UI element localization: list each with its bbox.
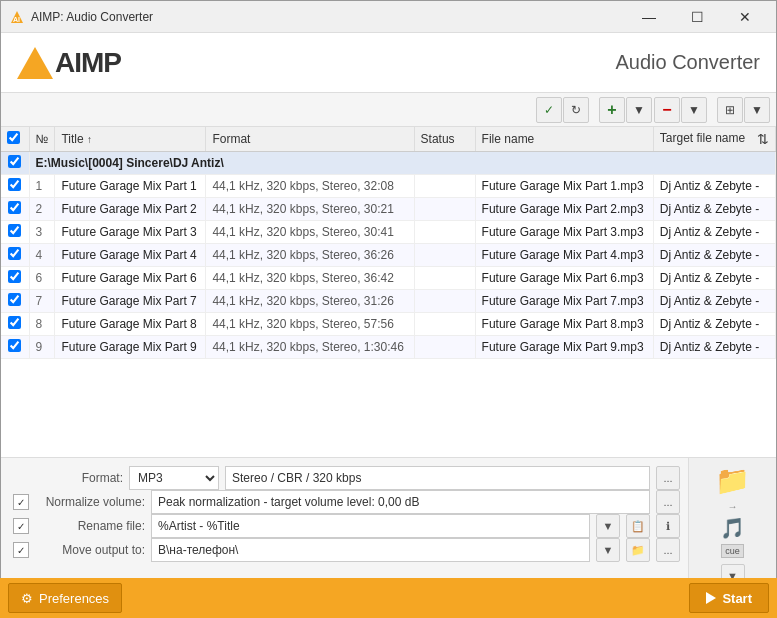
row-checkbox[interactable] [8, 293, 21, 306]
move-label: Move output to: [35, 543, 145, 557]
preferences-label: Preferences [39, 591, 109, 606]
refresh-button[interactable]: ↻ [563, 97, 589, 123]
remove-dropdown-button[interactable]: ▼ [681, 97, 707, 123]
row-filename: Future Garage Mix Part 8.mp3 [475, 313, 653, 336]
waveform-icon: 🎵 [720, 516, 745, 540]
cue-badge: cue [721, 544, 744, 558]
row-checkbox[interactable] [8, 201, 21, 214]
table-row: 9 Future Garage Mix Part 9 44,1 kHz, 320… [1, 336, 776, 359]
format-label: Format: [13, 471, 123, 485]
row-num: 8 [29, 313, 55, 336]
row-checkbox[interactable] [8, 178, 21, 191]
rename-info-button[interactable]: ℹ [656, 514, 680, 538]
row-filename: Future Garage Mix Part 7.mp3 [475, 290, 653, 313]
row-format: 44,1 kHz, 320 kbps, Stereo, 31:26 [206, 290, 414, 313]
move-checkbox[interactable]: ✓ [13, 542, 29, 558]
row-target: Dj Antiz & Zebyte - [653, 336, 775, 359]
col-format[interactable]: Format [206, 127, 414, 152]
row-checkbox[interactable] [8, 224, 21, 237]
table-header-row: № Title ↑ Format Status File name Target… [1, 127, 776, 152]
play-icon [706, 592, 716, 604]
move-more-button[interactable]: ... [656, 538, 680, 562]
remove-button[interactable]: − [654, 97, 680, 123]
normalize-more-button[interactable]: ... [656, 490, 680, 514]
row-title: Future Garage Mix Part 2 [55, 198, 206, 221]
row-target: Dj Antiz & Zebyte - [653, 175, 775, 198]
row-filename: Future Garage Mix Part 1.mp3 [475, 175, 653, 198]
row-status [414, 198, 475, 221]
controls-main: Format: MP3 Stereo / CBR / 320 kbps ... … [1, 457, 688, 594]
app-logo: AIMP [17, 47, 121, 79]
row-target: Dj Antiz & Zebyte - [653, 244, 775, 267]
title-bar: AI AIMP: Audio Converter — ☐ ✕ [1, 1, 776, 33]
row-checkbox[interactable] [8, 339, 21, 352]
group-checkbox[interactable] [8, 155, 21, 168]
row-target: Dj Antiz & Zebyte - [653, 267, 775, 290]
row-num: 4 [29, 244, 55, 267]
select-all-checkbox[interactable] [7, 131, 20, 144]
group-row: E:\Music\[0004] Sincere\DJ Antiz\ [1, 152, 776, 175]
controls-area: Format: MP3 Stereo / CBR / 320 kbps ... … [1, 457, 776, 594]
move-folder-button[interactable]: 📁 [626, 538, 650, 562]
check-refresh-group: ✓ ↻ [536, 97, 589, 123]
rename-checkbox[interactable]: ✓ [13, 518, 29, 534]
col-num[interactable]: № [29, 127, 55, 152]
row-checkbox[interactable] [8, 247, 21, 260]
app-title: Audio Converter [615, 51, 760, 74]
col-filename[interactable]: File name [475, 127, 653, 152]
minimize-button[interactable]: — [626, 4, 672, 30]
col-check[interactable] [1, 127, 29, 152]
maximize-button[interactable]: ☐ [674, 4, 720, 30]
row-checkbox[interactable] [8, 270, 21, 283]
grid-button[interactable]: ⊞ [717, 97, 743, 123]
col-status[interactable]: Status [414, 127, 475, 152]
row-status [414, 175, 475, 198]
row-format: 44,1 kHz, 320 kbps, Stereo, 30:41 [206, 221, 414, 244]
row-target: Dj Antiz & Zebyte - [653, 198, 775, 221]
remove-group: − ▼ [654, 97, 707, 123]
svg-text:AI: AI [13, 16, 20, 23]
window-title: AIMP: Audio Converter [31, 10, 153, 24]
start-button[interactable]: Start [689, 583, 769, 613]
row-num: 9 [29, 336, 55, 359]
table-row: 1 Future Garage Mix Part 1 44,1 kHz, 320… [1, 175, 776, 198]
row-title: Future Garage Mix Part 6 [55, 267, 206, 290]
add-dropdown-button[interactable]: ▼ [626, 97, 652, 123]
toolbar: ✓ ↻ + ▼ − ▼ ⊞ ▼ [1, 93, 776, 127]
row-num: 1 [29, 175, 55, 198]
col-title[interactable]: Title ↑ [55, 127, 206, 152]
rename-dropdown-button[interactable]: ▼ [596, 514, 620, 538]
format-select[interactable]: MP3 [129, 466, 219, 490]
format-more-button[interactable]: ... [656, 466, 680, 490]
row-num: 6 [29, 267, 55, 290]
row-format: 44,1 kHz, 320 kbps, Stereo, 36:26 [206, 244, 414, 267]
app-icon: AI [9, 9, 25, 25]
row-checkbox[interactable] [8, 316, 21, 329]
row-filename: Future Garage Mix Part 6.mp3 [475, 267, 653, 290]
arrow-icon: → [728, 501, 738, 512]
rename-copy-button[interactable]: 📋 [626, 514, 650, 538]
app-header: AIMP Audio Converter [1, 33, 776, 93]
folder-icon: 📁 [715, 464, 750, 497]
table-row: 2 Future Garage Mix Part 2 44,1 kHz, 320… [1, 198, 776, 221]
add-button[interactable]: + [599, 97, 625, 123]
start-label: Start [722, 591, 752, 606]
rename-row: ✓ Rename file: ▼ 📋 ℹ [13, 514, 680, 538]
move-input[interactable] [151, 538, 590, 562]
move-dropdown-button[interactable]: ▼ [596, 538, 620, 562]
col-target[interactable]: Target file name ⇅ [653, 127, 775, 152]
normalize-value-display: Peak normalization - target volume level… [151, 490, 650, 514]
add-group: + ▼ [599, 97, 652, 123]
normalize-row: ✓ Normalize volume: Peak normalization -… [13, 490, 680, 514]
bottom-bar: ⚙ Preferences Start [0, 578, 777, 618]
preferences-button[interactable]: ⚙ Preferences [8, 583, 122, 613]
close-button[interactable]: ✕ [722, 4, 768, 30]
normalize-checkbox[interactable]: ✓ [13, 494, 29, 510]
rename-input[interactable] [151, 514, 590, 538]
logo-triangle [17, 47, 53, 79]
row-status [414, 267, 475, 290]
check-button[interactable]: ✓ [536, 97, 562, 123]
grid-dropdown-button[interactable]: ▼ [744, 97, 770, 123]
move-row: ✓ Move output to: ▼ 📁 ... [13, 538, 680, 562]
row-status [414, 313, 475, 336]
